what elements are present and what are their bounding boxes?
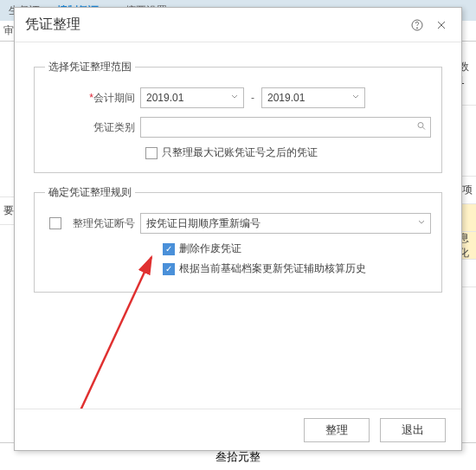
dialog-title: 凭证整理 [25,16,402,34]
help-icon[interactable] [408,16,427,35]
period-to-select[interactable]: 2019.01 [261,87,365,108]
cancel-button[interactable]: 退出 [380,418,446,442]
delete-void-row: 删除作废凭证 [163,241,431,256]
rules-group: 确定凭证整理规则 整理凭证断号 按凭证日期顺序重新编号 删除作废凭证 根据当前基… [34,185,442,293]
scope-group: 选择凭证整理范围 *会计期间 2019.01 - 2019.01 凭证类别 [34,60,442,173]
period-row: *会计期间 2019.01 - 2019.01 [45,87,431,109]
search-icon[interactable] [416,121,427,134]
dialog-body: 选择凭证整理范围 *会计期间 2019.01 - 2019.01 凭证类别 [15,42,461,409]
svg-point-1 [416,27,417,28]
only-after-checkbox[interactable] [145,147,158,159]
voucher-reorganize-dialog: 凭证整理 选择凭证整理范围 *会计期间 2019.01 - 2019.01 [14,7,462,451]
update-aux-row: 根据当前基础档案更新凭证辅助核算历史 [163,261,431,276]
chevron-down-icon [229,92,240,105]
svg-point-2 [418,123,423,128]
delete-void-label: 删除作废凭证 [179,241,241,256]
period-label: *会计期间 [45,91,140,106]
dialog-footer: 整理 退出 [15,409,461,450]
renumber-label: 整理凭证断号 [69,216,140,231]
update-aux-label: 根据当前基础档案更新凭证辅助核算历史 [179,261,366,276]
type-label: 凭证类别 [45,120,140,135]
update-aux-checkbox[interactable] [163,263,175,275]
chevron-down-icon [351,92,361,105]
delete-void-checkbox[interactable] [163,243,175,255]
rules-legend: 确定凭证整理规则 [45,185,135,200]
renumber-select[interactable]: 按凭证日期顺序重新编号 [140,213,431,234]
close-icon[interactable] [432,16,451,35]
scope-legend: 选择凭证整理范围 [45,60,135,74]
only-after-row: 只整理最大记账凭证号之后的凭证 [145,145,431,160]
period-from-select[interactable]: 2019.01 [140,87,244,108]
ok-button[interactable]: 整理 [304,418,370,442]
renumber-checkbox[interactable] [49,217,61,229]
renumber-row: 整理凭证断号 按凭证日期顺序重新编号 [45,212,431,235]
chevron-down-icon [416,217,427,230]
type-row: 凭证类别 [45,116,431,138]
only-after-label: 只整理最大记账凭证号之后的凭证 [162,145,318,160]
range-dash: - [251,92,254,104]
voucher-type-input[interactable] [140,117,431,138]
dialog-header: 凭证整理 [15,8,461,42]
